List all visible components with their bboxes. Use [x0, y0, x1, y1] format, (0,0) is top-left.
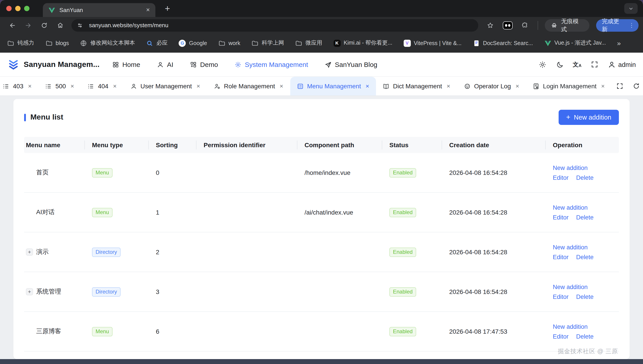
new-tab-button[interactable]: +: [162, 3, 173, 14]
row-delete-link[interactable]: Delete: [576, 333, 594, 340]
content-fullscreen-icon[interactable]: [616, 82, 623, 90]
menu-name: 首页: [36, 168, 49, 177]
refresh-page-icon[interactable]: [632, 82, 640, 90]
menu-name: 系统管理: [36, 288, 61, 296]
user-gear-icon: [214, 83, 220, 90]
nav-home[interactable]: Home: [112, 61, 140, 68]
close-tab-icon[interactable]: ✕: [601, 84, 605, 89]
home-button[interactable]: [55, 20, 66, 31]
row-editor-link[interactable]: Editor: [553, 293, 569, 300]
username: admin: [618, 61, 636, 68]
bookmark-folder[interactable]: 微应用: [295, 39, 322, 47]
dark-mode-moon-icon[interactable]: [555, 60, 564, 69]
update-browser-button[interactable]: 完成更新 ⋮: [596, 19, 638, 32]
menu-type-badge: Directory: [92, 287, 121, 296]
bookmark-item[interactable]: Vue.js - 渐进式 Jav...: [544, 39, 606, 47]
bookmark-folder[interactable]: 钝感力: [7, 39, 34, 47]
tab-search-button[interactable]: [624, 3, 638, 14]
minimize-window-button[interactable]: [15, 6, 21, 11]
bookmark-item[interactable]: DocSearch: Searc...: [473, 40, 533, 46]
tab-login-management[interactable]: Login Management✕: [526, 77, 611, 96]
operator-face-icon: [464, 83, 470, 90]
row-new-addition-link[interactable]: New addition: [553, 244, 619, 250]
expand-row-button[interactable]: +: [26, 248, 33, 256]
row-delete-link[interactable]: Delete: [576, 293, 594, 300]
column-header: Creation date: [442, 137, 546, 153]
bookmark-star-icon[interactable]: [485, 20, 496, 31]
table-row: + 演示 Directory 2 Enabled 2026-04-08 16:5…: [24, 232, 619, 272]
tab-user-management[interactable]: User Management✕: [123, 77, 207, 96]
fullscreen-icon[interactable]: [590, 60, 599, 69]
bookmark-item[interactable]: V VitePress | Vite &...: [403, 40, 462, 46]
incognito-icon: [550, 22, 557, 29]
list-icon: [45, 83, 52, 90]
back-button[interactable]: [7, 20, 18, 31]
close-window-button[interactable]: [6, 6, 12, 11]
folder-icon: [45, 40, 53, 46]
forward-button[interactable]: [23, 20, 34, 31]
status-badge: Enabled: [389, 208, 416, 217]
close-tab-icon[interactable]: ✕: [28, 84, 32, 89]
close-tab-icon[interactable]: ✕: [366, 84, 370, 89]
browser-tab[interactable]: SanYuan ✕: [43, 3, 155, 17]
user-avatar-icon: [607, 60, 615, 68]
bookmark-item[interactable]: 修改网站文本脚本: [80, 39, 135, 47]
row-delete-link[interactable]: Delete: [576, 214, 594, 220]
tab-500[interactable]: 500✕: [38, 77, 81, 96]
component-path: /ai/chat/index.vue: [297, 209, 382, 216]
bookmark-item[interactable]: 必应: [146, 39, 168, 47]
address-bar[interactable]: sanyuan.website/system/menu: [72, 19, 478, 32]
bookmark-item[interactable]: G Google: [179, 40, 207, 46]
row-delete-link[interactable]: Delete: [576, 174, 594, 181]
row-new-addition-link[interactable]: New addition: [553, 323, 619, 330]
bookmark-folder[interactable]: work: [218, 40, 240, 46]
site-settings-icon[interactable]: [75, 20, 85, 30]
row-editor-link[interactable]: Editor: [553, 333, 569, 340]
bookmarks-overflow-button[interactable]: »: [617, 39, 621, 47]
browser-menu-icon[interactable]: ⋮: [629, 22, 634, 28]
bookmark-item[interactable]: K Kimi.ai - 帮你看更...: [333, 39, 392, 47]
nav-sanyuan-blog[interactable]: SanYuan Blog: [325, 61, 377, 68]
row-new-addition-link[interactable]: New addition: [553, 204, 619, 211]
row-delete-link[interactable]: Delete: [576, 254, 594, 260]
nav-ai[interactable]: AI: [157, 61, 173, 68]
extensions-icon[interactable]: [519, 20, 531, 31]
tab-role-management[interactable]: Role Management✕: [207, 77, 290, 96]
close-tab-icon[interactable]: ✕: [447, 84, 451, 89]
close-tab-icon[interactable]: ✕: [279, 84, 283, 89]
tab-menu-management[interactable]: Menu Management✕: [290, 77, 376, 96]
url-text: sanyuan.website/system/menu: [89, 22, 169, 28]
tab-dict-management[interactable]: Dict Management✕: [376, 77, 457, 96]
tab-bar-controls: [611, 82, 643, 90]
incognito-profile-icon[interactable]: [503, 21, 513, 29]
bookmark-folder[interactable]: 科学上网: [251, 39, 284, 47]
row-new-addition-link[interactable]: New addition: [553, 164, 619, 171]
creation-date: 2026-04-08 16:54:28: [442, 169, 546, 176]
close-tab-icon[interactable]: ✕: [113, 84, 117, 89]
tab-404[interactable]: 404✕: [81, 77, 123, 96]
row-new-addition-link[interactable]: New addition: [553, 284, 619, 290]
folder-icon: [295, 40, 302, 46]
toolbar-divider: [537, 21, 538, 30]
row-editor-link[interactable]: Editor: [553, 214, 569, 220]
nav-system-management[interactable]: System Management: [234, 61, 308, 68]
row-editor-link[interactable]: Editor: [553, 254, 569, 260]
incognito-mode-badge[interactable]: 无痕模式: [544, 19, 589, 32]
translate-icon[interactable]: 文A: [573, 60, 582, 69]
settings-gear-icon[interactable]: [538, 60, 547, 69]
reload-button[interactable]: [38, 20, 50, 31]
user-menu[interactable]: admin: [607, 60, 636, 68]
nav-demo[interactable]: Demo: [190, 61, 218, 68]
close-tab-icon[interactable]: ✕: [70, 84, 74, 89]
tab-403[interactable]: 403✕: [0, 77, 38, 96]
google-icon: G: [179, 40, 186, 46]
zoom-window-button[interactable]: [24, 6, 30, 11]
bookmark-folder[interactable]: blogs: [45, 40, 69, 46]
tab-operator-log[interactable]: Operator Log✕: [457, 77, 526, 96]
close-tab-icon[interactable]: ✕: [515, 84, 519, 89]
expand-row-button[interactable]: +: [26, 288, 33, 295]
new-addition-button[interactable]: + New addition: [559, 110, 619, 125]
row-editor-link[interactable]: Editor: [553, 174, 569, 181]
close-tab-icon[interactable]: ✕: [146, 7, 150, 13]
close-tab-icon[interactable]: ✕: [196, 84, 200, 89]
